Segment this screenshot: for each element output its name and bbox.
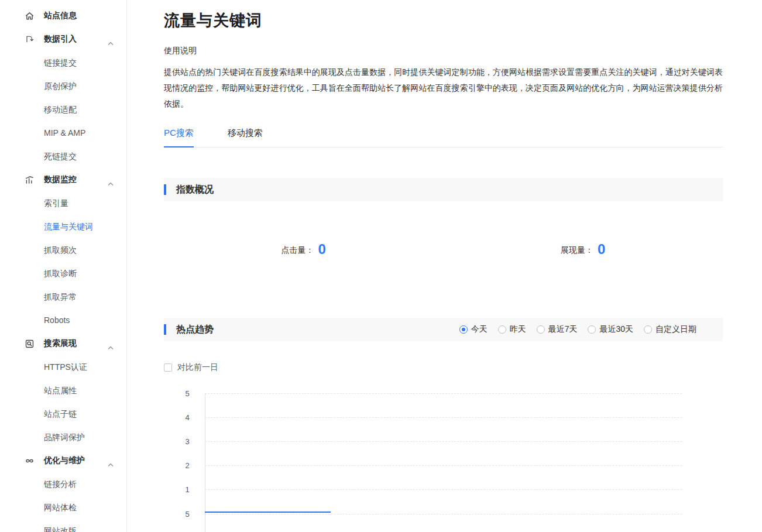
- sidebar-item-brand-protection[interactable]: 品牌词保护: [0, 425, 126, 449]
- sidebar-item-crawl-anomaly[interactable]: 抓取异常: [0, 285, 126, 308]
- trend-section-header: 热点趋势 今天 昨天 最近7天 最近30天 自定义日期: [164, 318, 723, 341]
- radio-last-30-days-label: 最近30天: [599, 324, 633, 335]
- usage-label: 使用说明: [164, 46, 723, 56]
- sidebar-section-label: 搜索展现: [44, 338, 77, 349]
- sidebar-section-label: 站点信息: [44, 11, 77, 21]
- sidebar-item-original-protection[interactable]: 原创保护: [0, 74, 126, 98]
- sidebar: 站点信息 数据引入 链接提交 原创保护 移动适配 MIP & AMP 死链提交 …: [0, 0, 127, 532]
- radio-yesterday-label: 昨天: [510, 324, 526, 335]
- gridline: [205, 465, 682, 466]
- radio-last-30-days[interactable]: 最近30天: [588, 324, 633, 335]
- chevron-up-icon[interactable]: [108, 178, 114, 182]
- data-import-icon: [25, 35, 35, 44]
- sidebar-section-search-display[interactable]: 搜索展现: [0, 332, 126, 355]
- radio-today[interactable]: 今天: [459, 324, 488, 335]
- chevron-up-icon[interactable]: [108, 459, 114, 463]
- impressions-label: 展现量：: [561, 245, 593, 255]
- sidebar-item-site-attribute[interactable]: 站点属性: [0, 379, 126, 402]
- sidebar-item-https-cert[interactable]: HTTPS认证: [0, 355, 126, 379]
- impressions-value: 0: [598, 241, 605, 257]
- overview-section-title: 指数概况: [176, 184, 214, 196]
- sidebar-item-site-sublink[interactable]: 站点子链: [0, 402, 126, 425]
- sidebar-section-label: 数据监控: [44, 174, 77, 185]
- usage-description: 提供站点的热门关键词在百度搜索结果中的展现及点击量数据，同时提供关键词定制功能，…: [164, 64, 723, 112]
- clicks-stat: 点击量：0: [164, 240, 444, 256]
- trend-line: [205, 512, 331, 513]
- y-tick-label: 1: [179, 485, 195, 494]
- sidebar-section-optimize-maintain[interactable]: 优化与维护: [0, 449, 126, 472]
- sidebar-item-dead-link-submit[interactable]: 死链提交: [0, 145, 126, 168]
- sidebar-section-label: 数据引入: [44, 34, 77, 44]
- compare-previous-day-row: 对比前一日: [164, 362, 723, 373]
- sidebar-item-link-analysis[interactable]: 链接分析: [0, 472, 126, 496]
- radio-last-7-days-label: 最近7天: [548, 324, 578, 335]
- radio-last-7-days[interactable]: 最近7天: [537, 324, 578, 335]
- sidebar-section-label: 优化与维护: [44, 455, 85, 466]
- clicks-value: 0: [318, 241, 326, 257]
- radio-custom-date[interactable]: 自定义日期: [644, 324, 696, 335]
- search-type-tabs: PC搜索 移动搜索: [164, 128, 723, 147]
- sidebar-section-site-info[interactable]: 站点信息: [0, 4, 126, 28]
- search-display-icon: [25, 339, 35, 349]
- overview-section-header: 指数概况: [164, 178, 723, 201]
- radio-today-label: 今天: [471, 324, 488, 335]
- sidebar-item-mobile-adaptation[interactable]: 移动适配: [0, 98, 126, 121]
- date-range-group: 今天 昨天 最近7天 最近30天 自定义日期: [459, 318, 696, 341]
- gridline: [205, 441, 682, 442]
- sidebar-item-index-volume[interactable]: 索引量: [0, 191, 126, 215]
- overview-stats: 点击量：0 展现量：0: [164, 240, 723, 256]
- chevron-up-icon[interactable]: [108, 37, 114, 42]
- main-content: 流量与关键词 使用说明 提供站点的热门关键词在百度搜索结果中的展现及点击量数据，…: [127, 0, 762, 532]
- optimize-icon: [25, 456, 35, 466]
- radio-circle-icon: [459, 325, 468, 334]
- y-tick-label: 3: [179, 437, 195, 446]
- y-tick-label: 2: [179, 461, 195, 470]
- tab-mobile-search[interactable]: 移动搜索: [228, 128, 263, 147]
- radio-circle-icon: [498, 325, 506, 334]
- y-tick-label: 5: [179, 389, 195, 398]
- clicks-label: 点击量：: [282, 245, 314, 255]
- compare-checkbox-label: 对比前一日: [177, 362, 218, 373]
- radio-yesterday[interactable]: 昨天: [498, 324, 526, 335]
- sidebar-item-site-checkup[interactable]: 网站体检: [0, 496, 126, 519]
- y-tick-label: 4: [179, 413, 195, 422]
- gridline: [205, 489, 682, 490]
- radio-custom-date-label: 自定义日期: [655, 324, 696, 335]
- sidebar-item-site-revision[interactable]: 网站改版: [0, 519, 126, 532]
- impressions-stat: 展现量：0: [444, 240, 723, 256]
- compare-checkbox[interactable]: [164, 363, 172, 372]
- gridline: [205, 417, 682, 418]
- radio-circle-icon: [644, 325, 652, 334]
- radio-circle-icon: [588, 325, 596, 334]
- sidebar-item-robots[interactable]: Robots: [0, 308, 126, 332]
- tab-pc-search[interactable]: PC搜索: [164, 128, 194, 147]
- sidebar-item-crawl-frequency[interactable]: 抓取频次: [0, 238, 126, 262]
- sidebar-item-traffic-keywords[interactable]: 流量与关键词: [0, 215, 126, 238]
- trend-chart: 5 4 3 2 1 5 4: [164, 388, 723, 532]
- sidebar-item-link-submit[interactable]: 链接提交: [0, 51, 126, 74]
- chevron-up-icon[interactable]: [108, 342, 114, 346]
- data-monitor-icon: [25, 175, 35, 185]
- gridline: [205, 514, 682, 514]
- trend-section-title: 热点趋势: [176, 324, 214, 336]
- sidebar-section-data-monitor[interactable]: 数据监控: [0, 168, 126, 191]
- sidebar-item-mip-amp[interactable]: MIP & AMP: [0, 121, 126, 145]
- sidebar-section-data-import[interactable]: 数据引入: [0, 28, 126, 51]
- page-title: 流量与关键词: [164, 0, 723, 31]
- home-icon: [25, 11, 35, 21]
- sidebar-item-crawl-diagnosis[interactable]: 抓取诊断: [0, 262, 126, 285]
- gridline: [205, 393, 682, 394]
- y-tick-label: 5: [179, 510, 195, 519]
- radio-circle-icon: [537, 325, 545, 334]
